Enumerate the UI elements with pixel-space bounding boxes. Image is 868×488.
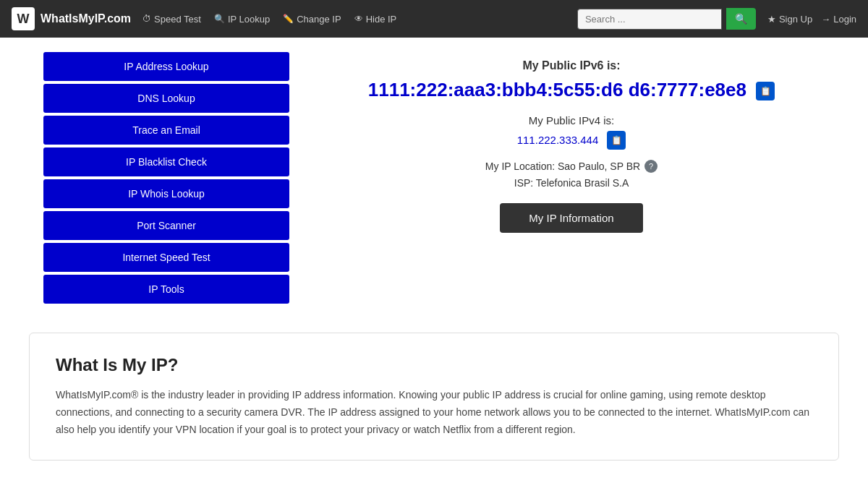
nav-change-ip[interactable]: ✏️ Change IP bbox=[283, 14, 341, 25]
main-content: IP Address Lookup DNS Lookup Trace an Em… bbox=[0, 38, 868, 318]
what-text: WhatIsMyIP.com® is the industry leader i… bbox=[56, 387, 812, 438]
location-row: My IP Location: Sao Paulo, SP BR ? bbox=[485, 160, 658, 173]
what-title: What Is My IP? bbox=[56, 355, 812, 375]
ipv6-label: My Public IPv6 is: bbox=[522, 59, 620, 72]
my-ip-information-button[interactable]: My IP Information bbox=[500, 203, 642, 233]
sign-up-link[interactable]: ★ Sign Up bbox=[767, 14, 812, 25]
nav-links: ⏱ Speed Test 🔍 IP Lookup ✏️ Change IP 👁 … bbox=[142, 14, 566, 25]
sidebar-btn-port-scanner[interactable]: Port Scanner bbox=[43, 211, 289, 240]
ip-lookup-icon: 🔍 bbox=[214, 14, 225, 24]
sidebar-btn-trace-email[interactable]: Trace an Email bbox=[43, 116, 289, 145]
sidebar-btn-ip-tools[interactable]: IP Tools bbox=[43, 275, 289, 304]
nav-speed-test[interactable]: ⏱ Speed Test bbox=[142, 14, 201, 25]
copy-ipv4-button[interactable]: 📋 bbox=[607, 131, 626, 150]
what-section: What Is My IP? WhatIsMyIP.com® is the in… bbox=[29, 333, 839, 461]
auth-links: ★ Sign Up → Login bbox=[767, 14, 856, 25]
change-ip-icon: ✏️ bbox=[283, 14, 294, 24]
sign-up-icon: ★ bbox=[767, 14, 776, 25]
ipv4-address[interactable]: 111.222.333.444 bbox=[517, 134, 599, 146]
sidebar-btn-ip-blacklist[interactable]: IP Blacklist Check bbox=[43, 147, 289, 176]
nav-hide-ip[interactable]: 👁 Hide IP bbox=[354, 14, 397, 25]
logo-icon: W bbox=[12, 7, 35, 30]
location-info-icon[interactable]: ? bbox=[644, 160, 658, 173]
nav-ip-lookup[interactable]: 🔍 IP Lookup bbox=[214, 14, 270, 25]
sidebar-btn-ip-address-lookup[interactable]: IP Address Lookup bbox=[43, 52, 289, 81]
login-icon: → bbox=[821, 14, 830, 25]
copy-ipv6-button[interactable]: 📋 bbox=[756, 82, 775, 100]
ipv4-label: My Public IPv4 is: bbox=[529, 114, 614, 127]
ipv4-row: 111.222.333.444 📋 bbox=[517, 131, 626, 150]
search-button[interactable]: 🔍 bbox=[726, 8, 756, 30]
isp-row: ISP: Telefonica Brasil S.A bbox=[514, 177, 629, 189]
search-input[interactable] bbox=[577, 9, 722, 30]
search-area: 🔍 bbox=[577, 8, 756, 30]
speed-test-icon: ⏱ bbox=[142, 14, 151, 24]
logo-area: W WhatIsMyIP.com bbox=[12, 7, 131, 30]
sidebar-btn-ip-whois[interactable]: IP Whois Lookup bbox=[43, 179, 289, 208]
hide-ip-icon: 👁 bbox=[354, 14, 363, 24]
logo-text: WhatIsMyIP.com bbox=[41, 12, 131, 25]
login-link[interactable]: → Login bbox=[821, 14, 856, 25]
sidebar: IP Address Lookup DNS Lookup Trace an Em… bbox=[43, 52, 289, 304]
ipv6-address: 1111:222:aaa3:bbb4:5c55:d6 d6:7777:e8e8 … bbox=[368, 78, 775, 103]
sidebar-btn-dns-lookup[interactable]: DNS Lookup bbox=[43, 84, 289, 113]
header: W WhatIsMyIP.com ⏱ Speed Test 🔍 IP Looku… bbox=[0, 0, 868, 38]
ip-info-section: My Public IPv6 is: 1111:222:aaa3:bbb4:5c… bbox=[318, 52, 825, 304]
sidebar-btn-internet-speed[interactable]: Internet Speed Test bbox=[43, 243, 289, 272]
